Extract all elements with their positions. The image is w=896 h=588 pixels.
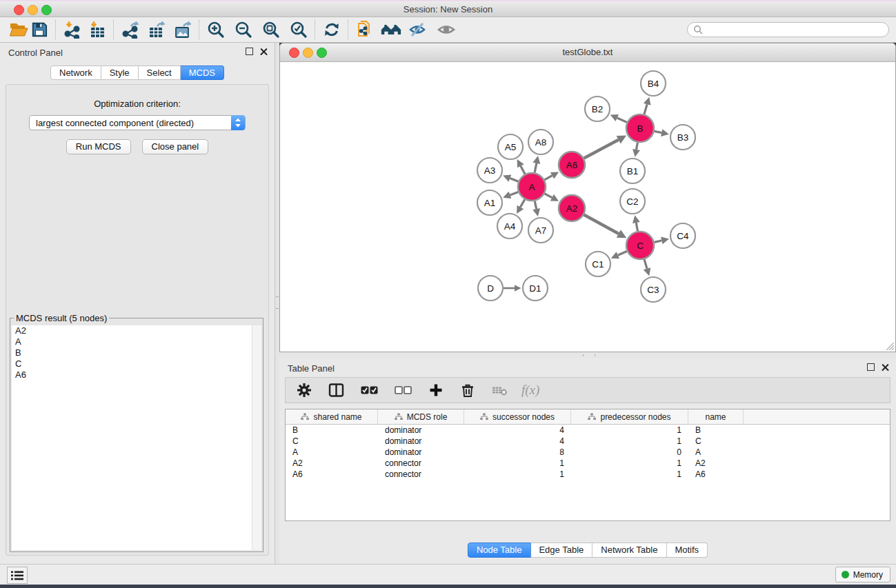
search-input[interactable] bbox=[687, 22, 889, 37]
tab-style[interactable]: Style bbox=[101, 65, 139, 80]
create-column-button[interactable] bbox=[428, 383, 444, 398]
deselect-all-button[interactable] bbox=[395, 383, 412, 398]
table-row[interactable]: A2connector11A2 bbox=[286, 458, 890, 469]
mcds-result-item[interactable]: A6 bbox=[12, 369, 261, 381]
zoom-out-button[interactable] bbox=[233, 19, 254, 40]
graph-edge-A-A8[interactable] bbox=[535, 163, 537, 173]
mcds-result-item[interactable]: A bbox=[12, 336, 261, 347]
column-header-name[interactable]: name bbox=[688, 409, 744, 424]
network-window-titlebar[interactable]: testGlobe.txt bbox=[280, 43, 895, 62]
graph-node-label: A1 bbox=[484, 198, 496, 208]
graph-edge-C-C3[interactable] bbox=[644, 259, 647, 269]
graph-edge-C-C2[interactable] bbox=[636, 223, 637, 231]
divider-grip[interactable] bbox=[583, 354, 595, 356]
graph-edge-A-A4[interactable] bbox=[520, 199, 524, 207]
save-session-button[interactable] bbox=[29, 19, 50, 40]
hide-graphics-details-button[interactable] bbox=[408, 19, 428, 40]
show-column-button[interactable] bbox=[328, 383, 344, 398]
mcds-result-item[interactable]: B bbox=[12, 347, 261, 358]
float-panel-icon[interactable] bbox=[867, 363, 875, 371]
graph-node-label: B2 bbox=[592, 104, 604, 114]
tab-select[interactable]: Select bbox=[139, 65, 181, 80]
graph-edge-C-C1[interactable] bbox=[618, 251, 627, 255]
import-network-button[interactable] bbox=[62, 19, 83, 40]
optimization-criterion-select[interactable]: largest connected component (directed) bbox=[29, 115, 246, 130]
tab-motifs[interactable]: Motifs bbox=[666, 543, 708, 558]
memory-status-icon bbox=[842, 571, 849, 578]
zoom-fit-button[interactable] bbox=[261, 19, 281, 40]
graph-edge-B-B4[interactable] bbox=[644, 104, 647, 114]
mcds-result-list: A2ABCA6 bbox=[12, 325, 261, 550]
export-table-button[interactable] bbox=[146, 19, 167, 40]
export-network-button[interactable] bbox=[120, 19, 141, 40]
close-panel-icon[interactable] bbox=[260, 48, 268, 55]
zoom-in-button[interactable] bbox=[206, 19, 226, 40]
graph-edge-arrowhead bbox=[644, 267, 651, 276]
graph-edge-B-B2[interactable] bbox=[617, 118, 627, 122]
task-history-button[interactable] bbox=[7, 567, 28, 584]
float-panel-icon[interactable] bbox=[246, 48, 253, 55]
zoom-in-icon bbox=[207, 21, 225, 39]
graph-edge-B-B1[interactable] bbox=[637, 143, 638, 150]
table-options-button[interactable] bbox=[297, 383, 312, 398]
tab-node-table[interactable]: Node Table bbox=[468, 543, 531, 558]
first-neighbors-button[interactable] bbox=[381, 19, 401, 40]
mcds-result-item[interactable]: C bbox=[12, 358, 261, 369]
toolbar-separator bbox=[113, 20, 115, 39]
close-panel-button[interactable]: Close panel bbox=[142, 139, 209, 154]
table-cell: 1 bbox=[571, 469, 688, 479]
tab-network[interactable]: Network bbox=[50, 65, 101, 80]
tab-network-table[interactable]: Network Table bbox=[593, 543, 666, 558]
select-all-button[interactable] bbox=[361, 383, 378, 398]
network-canvas[interactable]: AA1A2A3A4A5A6A7A8BB1B2B3B4CC1C2C3C4DD1 bbox=[280, 62, 895, 352]
column-sort-icon bbox=[588, 413, 596, 420]
table-row[interactable]: Adominator80A bbox=[286, 447, 890, 458]
clone-network-button[interactable] bbox=[355, 19, 375, 40]
graph-edge-A2-C[interactable] bbox=[584, 215, 619, 234]
function-builder-button[interactable]: f(x) bbox=[521, 383, 539, 398]
table-row[interactable]: Bdominator41B bbox=[286, 425, 890, 436]
graph-edge-B-B3[interactable] bbox=[655, 131, 662, 132]
table-header-row: shared nameMCDS rolesuccessor nodesprede… bbox=[286, 409, 890, 425]
graph-edge-A-A3[interactable] bbox=[510, 179, 518, 182]
tab-edge-table[interactable]: Edge Table bbox=[530, 543, 593, 558]
column-header-shared-name[interactable]: shared name bbox=[286, 409, 378, 424]
control-panel-header: Control Panel bbox=[0, 43, 275, 61]
export-image-button[interactable] bbox=[172, 19, 193, 40]
mcds-list-scrollbar[interactable] bbox=[252, 325, 261, 550]
delete-table-button[interactable] bbox=[492, 383, 508, 398]
graph-edge-A-A2[interactable] bbox=[545, 194, 552, 198]
open-session-button[interactable] bbox=[8, 19, 29, 40]
graph-edge-A-A6[interactable] bbox=[544, 176, 552, 180]
column-header-successor-nodes[interactable]: successor nodes bbox=[464, 409, 571, 424]
mcds-result-item[interactable]: A2 bbox=[12, 325, 261, 336]
show-graphics-details-button[interactable] bbox=[436, 19, 457, 40]
graph-edge-A-A7[interactable] bbox=[535, 201, 536, 210]
graph-node-label: C3 bbox=[647, 285, 659, 295]
delete-column-button[interactable] bbox=[460, 383, 475, 398]
tab-mcds[interactable]: MCDS bbox=[181, 65, 224, 80]
control-panel-title: Control Panel bbox=[8, 48, 63, 58]
graph-edge-A-A1[interactable] bbox=[510, 192, 518, 194]
graph-edge-A6-B[interactable] bbox=[584, 140, 619, 159]
zoom-selected-button[interactable] bbox=[288, 19, 309, 40]
graph-edge-C-C4[interactable] bbox=[654, 241, 661, 242]
table-cell: B bbox=[688, 425, 744, 435]
resize-grip-icon[interactable] bbox=[886, 343, 894, 350]
table-row[interactable]: Cdominator41C bbox=[286, 436, 890, 447]
divider-grip[interactable] bbox=[276, 296, 279, 309]
table-row[interactable]: A6connector11A6 bbox=[286, 469, 890, 480]
import-table-button[interactable] bbox=[87, 19, 108, 40]
trash-icon bbox=[460, 383, 475, 398]
refresh-button[interactable] bbox=[321, 19, 342, 40]
column-header-predecessor-nodes[interactable]: predecessor nodes bbox=[571, 409, 688, 424]
zoom-selected-icon bbox=[290, 21, 308, 39]
memory-button[interactable]: Memory bbox=[835, 567, 890, 582]
run-mcds-button[interactable]: Run MCDS bbox=[66, 139, 131, 154]
table-cell: 1 bbox=[571, 458, 688, 468]
gear-icon bbox=[297, 383, 312, 398]
graph-edge-A-A5[interactable] bbox=[521, 166, 525, 174]
close-panel-icon[interactable] bbox=[882, 363, 889, 371]
horizontal-split-divider[interactable] bbox=[279, 352, 896, 358]
column-header-MCDS-role[interactable]: MCDS role bbox=[378, 409, 464, 424]
